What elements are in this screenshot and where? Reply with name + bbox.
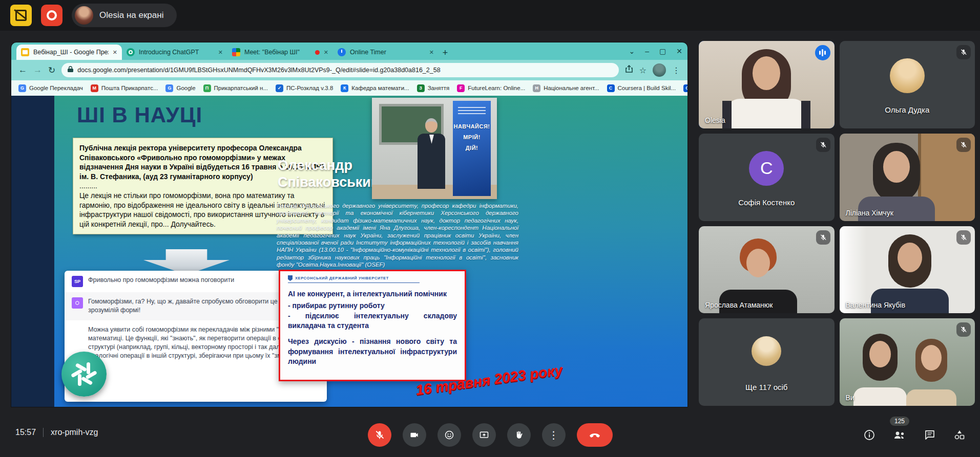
participant-name: Ольга Дудка <box>840 105 975 114</box>
mic-off-icon <box>956 45 971 59</box>
participants-button[interactable]: 125 <box>893 429 906 441</box>
audio-bar <box>824 51 826 55</box>
chatgpt-favicon <box>127 48 135 56</box>
participant-tile-olesia[interactable]: Olesia <box>699 41 835 128</box>
bookmarks-bar: GGoogle Перекладач MПошта Прикарпатс... … <box>11 80 687 96</box>
presentation-share-tile[interactable]: Вебінар_ШІ - Google Презента... ✕ Introd… <box>11 42 687 407</box>
speaker-name-line2: Співаковський <box>278 175 379 190</box>
tab-close-icon: ✕ <box>429 49 434 56</box>
meeting-details-button[interactable] <box>863 429 875 441</box>
meeting-code: xro-pmih-vzg <box>51 428 98 437</box>
reload-icon: ↻ <box>48 65 55 76</box>
vest-right <box>801 101 810 128</box>
speaker-name-line1: Олександр <box>278 158 352 173</box>
participant-avatar-letter: C <box>749 151 784 186</box>
bookmark-item: ККафедра математи... <box>341 84 409 92</box>
participant-name: Ярослава Атаманюк <box>705 301 773 309</box>
video-feed <box>699 41 835 128</box>
audio-bar <box>822 49 823 56</box>
bookmark-favicon: ✓ <box>276 84 283 92</box>
recording-indicator-icon[interactable] <box>41 5 62 26</box>
participant-name: Ліліана Хімчук <box>846 209 893 217</box>
participant-tile-valentyna-yakubiv[interactable]: Валентина Якубів <box>840 226 975 314</box>
chatgpt-avatar: ⬡ <box>72 297 83 309</box>
bookmark-label: Кафедра математи... <box>351 85 409 91</box>
tab-meet: Meet: "Вебінар ШІ" ✕ <box>227 45 333 60</box>
bookmark-item: ППрикарпатський н... <box>203 84 268 92</box>
bookmark-star-icon: ☆ <box>639 66 647 75</box>
close-icon: ✕ <box>676 47 682 55</box>
mic-toggle-button[interactable] <box>368 423 391 447</box>
new-tab-button: + <box>439 46 452 60</box>
participant-tile-yaroslava-atamaniuk[interactable]: Ярослава Атаманюк <box>699 226 835 314</box>
university-banner: НАВЧАЙСЯ! МРІЙ! ДІЙ! <box>453 101 491 196</box>
tab-label: Introducing ChatGPT <box>139 49 214 56</box>
bookmark-label: ПС-Розклад v.3.8 <box>286 85 333 91</box>
bookmark-label: Coursera | Build Skil... <box>618 85 676 91</box>
ai-statement-box: ХЕРСОНСЬКИЙ ДЕРЖАВНИЙ УНІВЕРСИТЕТ AI не … <box>279 270 466 381</box>
tab-chatgpt: Introducing ChatGPT ✕ <box>122 45 227 60</box>
more-participants-tile[interactable]: Ще 117 осіб <box>699 318 835 406</box>
speaker-figure-head <box>425 118 437 133</box>
person-torso-2 <box>906 389 956 406</box>
tab-close-icon: ✕ <box>324 49 328 56</box>
url-text: docs.google.com/presentation/d/1GMU9fLBS… <box>77 67 440 74</box>
self-view-tile[interactable]: Ви <box>840 318 975 406</box>
camera-toggle-button[interactable] <box>403 423 426 447</box>
video-feed <box>840 134 975 221</box>
minimize-icon: – <box>645 47 649 55</box>
ai-line-4: Через дискусію - пізнання нового світу т… <box>288 337 457 366</box>
participant-tile-olha-dudka[interactable]: Ольга Дудка <box>840 41 975 128</box>
mic-off-icon <box>956 322 971 337</box>
bookmark-label: Національне агент... <box>544 85 599 91</box>
tab-label: Online Timer <box>350 49 425 56</box>
person-torso <box>726 99 806 128</box>
slide-canvas: ШІ В НАУЦІ Публічна лекція ректора уніве… <box>11 96 687 407</box>
more-options-button[interactable]: ⋮ <box>542 423 566 447</box>
bookmark-label: Google <box>176 85 195 91</box>
screen-glyph <box>15 10 27 21</box>
video-feed <box>840 318 975 406</box>
tab-label: Вебінар_ШІ - Google Презента... <box>33 49 109 56</box>
bookmark-favicon: Н <box>533 84 540 92</box>
ai-line-1: AI не конкурент, а інтелектуальний поміч… <box>288 289 457 299</box>
screen-share-indicator-icon[interactable] <box>10 5 32 26</box>
participant-count-badge: 125 <box>890 417 909 426</box>
reactions-button[interactable] <box>437 423 461 447</box>
forward-icon: → <box>33 65 42 75</box>
bookmark-favicon: F <box>457 84 465 92</box>
meet-favicon <box>232 48 240 56</box>
audio-bar <box>819 51 821 55</box>
person-face <box>898 243 922 272</box>
present-screen-button[interactable] <box>472 423 496 447</box>
bookmark-favicon: G <box>18 84 26 92</box>
presenter-pill[interactable]: Olesia на екрані <box>72 4 177 27</box>
banner-line: МРІЙ! <box>453 132 491 143</box>
lock-icon <box>68 66 73 75</box>
leave-call-button[interactable] <box>577 423 613 447</box>
activities-button[interactable] <box>953 429 966 441</box>
raise-hand-button[interactable] <box>507 423 531 447</box>
tab-recording-dot <box>315 50 320 55</box>
meeting-panels: 125 <box>863 429 966 441</box>
participant-tile-liliana-khimchuk[interactable]: Ліліана Хімчук <box>840 134 975 221</box>
participant-avatar <box>890 58 925 93</box>
bookmark-favicon: C <box>683 84 687 92</box>
user-avatar: SP <box>72 276 83 287</box>
chat-button[interactable] <box>924 429 936 441</box>
record-ring <box>47 10 57 20</box>
browser-toolbar: ← → ↻ docs.google.com/presentation/d/1GM… <box>11 60 687 80</box>
mic-off-icon <box>956 230 971 245</box>
banner-line: НАВЧАЙСЯ! <box>453 121 491 132</box>
bookmark-label: Пошта Прикарпатс... <box>101 85 158 91</box>
participant-grid: Olesia Ольга Дудка C Софія Костенко Лілі… <box>699 41 975 406</box>
chatgpt-logo-icon <box>61 352 107 397</box>
chat-assistant-message: Гомоморфізми, га? Ну, що ж, давайте спро… <box>88 297 310 315</box>
tab-search-icon: ⌄ <box>629 47 635 55</box>
window-controls: ⌄ – ▢ ✕ <box>629 42 683 60</box>
bookmark-item: ННаціональне агент... <box>533 84 599 92</box>
bookmark-label: Прикарпатський н... <box>214 85 268 91</box>
mic-off-icon <box>816 230 830 245</box>
university-crest-icon <box>288 275 293 281</box>
participant-tile-sofiia-kostenko[interactable]: C Софія Костенко <box>699 134 835 221</box>
